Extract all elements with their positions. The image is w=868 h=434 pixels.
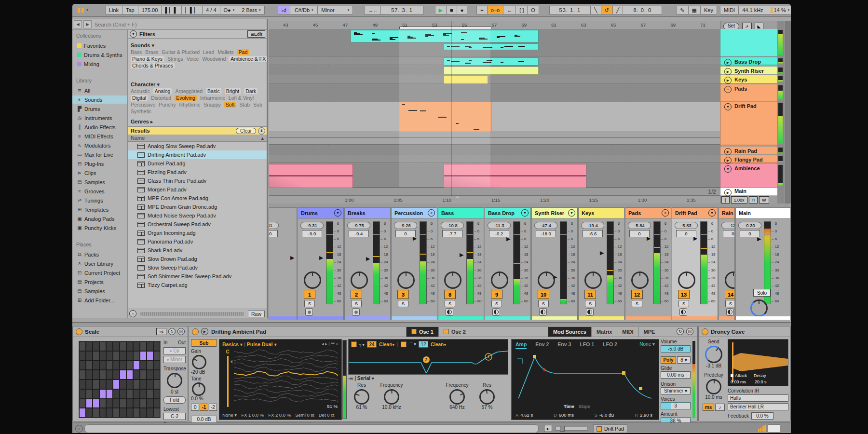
scale-grid-cell[interactable] (120, 399, 126, 408)
scale-grid-cell[interactable] (134, 352, 139, 360)
scale-grid-cell[interactable] (147, 408, 153, 417)
mixer-strip-clipped[interactable]: -9.31-9.0▶6061218243036424860 (269, 207, 297, 320)
sidebar-item-all[interactable]: ≣All (72, 86, 127, 95)
osc-param[interactable]: FX 2 0.0 % (268, 412, 291, 418)
link-button[interactable]: Link (105, 6, 122, 14)
mixer-strip-synth-riser[interactable]: Synth Riser▼-47.4-18.0▶60612182430364248… (531, 207, 578, 320)
track-header-ambience[interactable]: ▼Ambience (720, 164, 777, 188)
hot-swap-icon[interactable]: ↻ (677, 328, 684, 335)
scale-grid-cell[interactable] (127, 352, 133, 360)
scale-grid-cell[interactable] (80, 370, 85, 379)
scale-grid-cell[interactable] (134, 370, 139, 379)
automation-arm-button[interactable]: o–o (487, 6, 503, 14)
solo-button[interactable]: S (445, 300, 455, 307)
arm-button[interactable] (305, 308, 313, 316)
transpose-value[interactable]: 0 st (163, 389, 186, 394)
save-preset-icon[interactable]: ▤ (686, 328, 693, 335)
scale-grid-cell[interactable] (120, 352, 126, 360)
scale-grid-cell[interactable] (154, 342, 160, 351)
strip-header[interactable]: Main (736, 208, 790, 218)
scale-grid-cell[interactable] (93, 390, 99, 398)
status-play-button[interactable]: ▸ (544, 425, 552, 432)
filter-tag-synthetic[interactable]: Synthetic (131, 108, 151, 114)
sounds-filter-label[interactable]: Sounds ▾ (131, 42, 154, 49)
result-item[interactable]: Fizzling Pad.adv (128, 168, 267, 176)
filter2-shape-icon[interactable]: ⌒▾ (409, 341, 416, 348)
sidebar-item-packs[interactable]: ⧉Packs (72, 250, 127, 258)
fade-out-icon[interactable]: ╱ (612, 6, 624, 14)
sidebar-item-tunings[interactable]: ⇌Tunings (72, 196, 127, 204)
send-value[interactable]: -3.1 dB (702, 363, 726, 368)
mixer-strip-bass-drop[interactable]: Bass Drop▼-11.3-0.2▶60612182430364248609… (485, 207, 531, 320)
strip-header[interactable]: Pads≡ (625, 208, 671, 218)
result-item[interactable]: Panorama Pad.adv (128, 237, 267, 246)
sidebar-item-audio-effects[interactable]: ║Audio Effects (72, 123, 127, 131)
preview-headphone-icon[interactable]: ∩ (129, 310, 136, 317)
glide-value[interactable]: 0.00 ms (661, 371, 691, 379)
scale-grid-cell[interactable] (140, 399, 146, 408)
scale-grid-cell[interactable] (120, 361, 126, 370)
result-item[interactable]: MPE Con Amore Pad.adg (128, 194, 267, 203)
peak-level-display[interactable]: -9.75 (347, 222, 370, 229)
volume-fader-handle[interactable]: ▶ (413, 236, 417, 241)
filter1-on-toggle[interactable] (351, 341, 357, 347)
octave-button[interactable]: 0 (191, 404, 199, 411)
play-icon[interactable]: ▶ (724, 189, 732, 196)
mixer-strip-drums[interactable]: Drums▼-9.31-9.0▶60612182430364248601S (298, 207, 344, 320)
filter-response-curve[interactable]: 2 1 (349, 349, 508, 373)
peak-level-display[interactable]: -5.83 (675, 222, 698, 229)
osc-param[interactable]: Det 0 ct (319, 412, 335, 418)
env-time-tab[interactable]: Time (564, 404, 574, 409)
scale-grid-cell[interactable] (134, 408, 139, 417)
track-number[interactable]: 10 (538, 290, 549, 299)
scale-grid-cell[interactable] (86, 380, 92, 389)
volume-field[interactable]: -18.0 (536, 230, 556, 237)
mixer-strip-main[interactable]: Main-0.300▶6061218243036424860Solo (735, 207, 791, 320)
poly-voices-menu[interactable]: 8 ▾ (677, 356, 691, 364)
pan-knob[interactable] (725, 271, 735, 289)
overdub-button[interactable]: + (476, 6, 487, 14)
tab-osc1[interactable]: Osc 1 (406, 327, 438, 337)
key-map-button[interactable]: Key (700, 6, 717, 14)
group-icon[interactable]: ≡ (428, 209, 435, 217)
scale-mode-icon[interactable]: ♭♯ (278, 6, 291, 14)
play-icon[interactable]: ▶ (724, 157, 732, 164)
scale-grid-cell[interactable] (127, 361, 133, 370)
track-lane-Rain Pad[interactable] (269, 147, 720, 154)
status-slider[interactable] (556, 427, 587, 431)
peak-level-display[interactable]: -10.8 (441, 222, 464, 229)
play-icon[interactable]: ▶ (724, 77, 732, 84)
scale-grid-cell[interactable] (120, 380, 126, 389)
scale-grid-cell[interactable] (86, 408, 92, 417)
groove-pool-icon[interactable]: ▌▏▌ (161, 6, 182, 14)
result-item[interactable]: Shark Pad.adv (128, 246, 267, 255)
play-icon[interactable]: ▶ (724, 148, 732, 155)
scale-grid-cell[interactable] (134, 399, 139, 408)
monitor-toggle[interactable] (539, 308, 547, 316)
scale-grid-cell[interactable] (93, 361, 99, 370)
arm-button[interactable] (352, 308, 360, 316)
status-input-field[interactable] (84, 424, 539, 433)
stop-button[interactable]: ■ (446, 6, 457, 14)
result-item[interactable]: Slow Drown Pad.adg (128, 255, 267, 263)
volume-fader-handle[interactable]: ▶ (290, 255, 294, 260)
amp-envelope-display[interactable] (515, 350, 655, 401)
scale-grid-cell[interactable] (113, 342, 119, 351)
sidebar-item-modulators[interactable]: ∿Modulators (72, 141, 127, 149)
volume-field[interactable]: -9.0 (302, 230, 322, 237)
filter-tag-digital[interactable]: Digital (131, 95, 148, 101)
result-item[interactable]: Muted Noise Sweep Pad.adv (128, 211, 267, 220)
pan-knob[interactable] (397, 271, 415, 289)
scale-grid-cell[interactable] (107, 380, 112, 389)
strip-header[interactable]: Drift Pad▼ (672, 208, 718, 218)
solo-button[interactable]: S (585, 300, 596, 307)
preview-waveform[interactable] (140, 312, 244, 316)
fade-in-icon[interactable]: ╲ (590, 6, 601, 14)
clear-filters-button[interactable]: Clear (236, 128, 256, 134)
group-icon[interactable]: ≡ (724, 86, 732, 93)
mixer-strip-pads[interactable]: Pads≡-5.840▶606121824303642486012S (625, 207, 671, 320)
main-track-lane[interactable]: 1/2 (269, 188, 720, 196)
volume-field[interactable]: -9.0 (269, 230, 278, 237)
ms-toggle[interactable]: ms (703, 404, 714, 411)
track-header-bass-drop[interactable]: ▶Bass Drop (720, 57, 777, 65)
